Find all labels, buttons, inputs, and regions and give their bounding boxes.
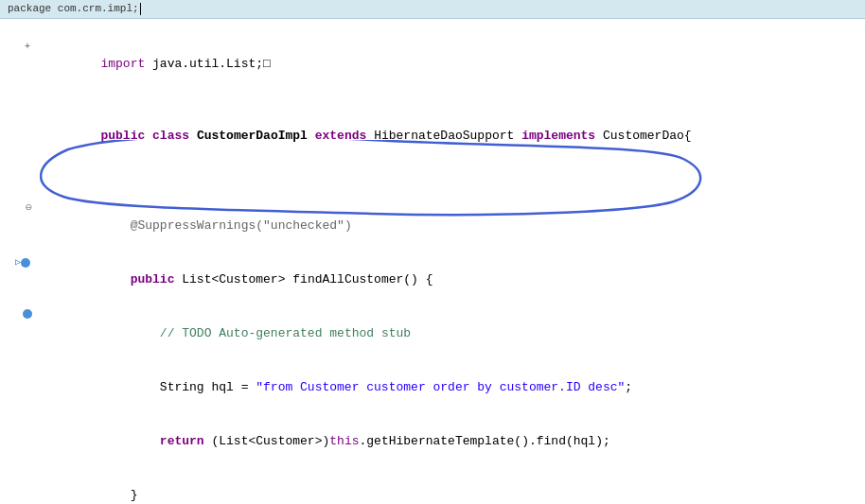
- code-line: [0, 163, 865, 181]
- line-content: // TODO Auto-generated method stub: [38, 306, 865, 360]
- code-line: + import java.util.List;□: [0, 37, 865, 91]
- keyword-this: this: [329, 434, 359, 448]
- keyword-import: import: [100, 57, 145, 71]
- breakpoint-indicator: [23, 309, 32, 319]
- code-line: [0, 181, 865, 199]
- comment: // TODO Auto-generated method stub: [160, 326, 411, 340]
- keyword-extends: extends: [315, 129, 367, 143]
- code-line: [0, 19, 865, 37]
- line-gutter: [0, 309, 38, 319]
- line-content: public List<Customer> findAllCustomer() …: [38, 252, 865, 306]
- line-content: String hql = "from Customer customer ord…: [38, 360, 865, 414]
- code-line: public class CustomerDaoImpl extends Hib…: [0, 109, 865, 163]
- code-line: String hql = "from Customer customer ord…: [0, 360, 865, 414]
- classname: CustomerDaoImpl: [197, 129, 308, 143]
- annotation: @SuppressWarnings("unchecked"): [131, 218, 352, 233]
- line-content: [38, 163, 865, 181]
- code-line: ▷ public List<Customer> findAllCustomer(…: [0, 252, 865, 306]
- customer-type: Customer: [219, 272, 277, 287]
- keyword-class: class: [152, 129, 189, 143]
- line-gutter: ▷: [0, 253, 38, 271]
- line-gutter: ⊖: [0, 200, 38, 217]
- line-content: return (List<Customer>)this.getHibernate…: [38, 414, 865, 468]
- line-content: @SuppressWarnings("unchecked"): [38, 199, 865, 252]
- fold-plus-icon[interactable]: +: [25, 38, 30, 56]
- keyword-return: return: [160, 434, 204, 448]
- line-content: import java.util.List;□: [38, 37, 865, 91]
- string-literal: "from Customer customer order by custome…: [256, 380, 625, 394]
- keyword-implements: implements: [521, 129, 595, 143]
- top-bar: package com.crm.impl;: [0, 0, 865, 19]
- code-content: + import java.util.List;□ public class C…: [0, 19, 865, 504]
- top-bar-content: package com.crm.impl;: [8, 3, 141, 15]
- code-line: return (List<Customer>)this.getHibernate…: [0, 414, 865, 468]
- line-content: [38, 19, 865, 37]
- line-content: [38, 181, 865, 199]
- code-line: // TODO Auto-generated method stub: [0, 306, 865, 360]
- plain-text: □: [263, 57, 271, 71]
- line-content: [38, 91, 865, 109]
- code-line: [0, 91, 865, 109]
- code-line: }: [0, 468, 865, 504]
- keyword-public: public: [131, 272, 175, 287]
- code-editor: package com.crm.impl; + import java.util…: [0, 0, 865, 504]
- line-content: public class CustomerDaoImpl extends Hib…: [38, 109, 865, 163]
- plain-text: java.util.List;: [145, 57, 263, 71]
- keyword-public: public: [100, 129, 145, 143]
- code-line: ⊖ @SuppressWarnings("unchecked"): [0, 199, 865, 252]
- line-gutter: +: [0, 38, 38, 56]
- fold-minus-icon[interactable]: ⊖: [26, 200, 32, 217]
- breakpoint-indicator: [21, 258, 30, 268]
- line-content: }: [38, 468, 865, 504]
